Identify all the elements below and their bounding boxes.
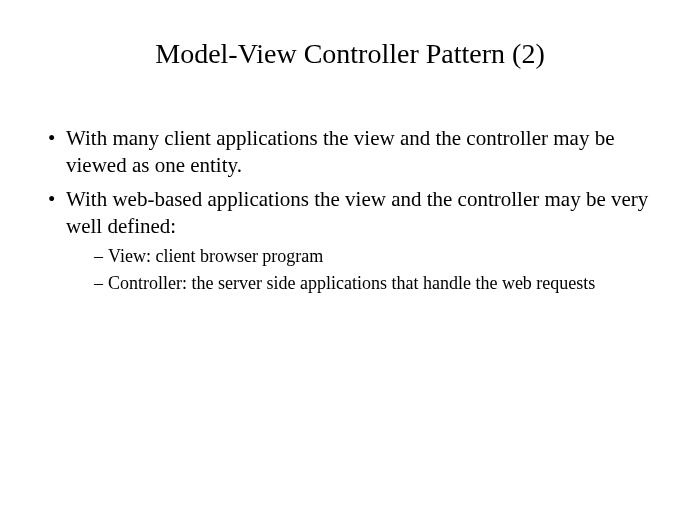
bullet-text: With many client applications the view a… <box>66 126 614 177</box>
sub-item: View: client browser program <box>94 243 652 270</box>
sub-list: View: client browser program Controller:… <box>94 243 652 297</box>
bullet-item: With web-based applications the view and… <box>48 186 652 298</box>
bullet-item: With many client applications the view a… <box>48 125 652 180</box>
slide-content: With many client applications the view a… <box>48 125 652 297</box>
sub-item: Controller: the server side applications… <box>94 270 652 297</box>
slide: Model-View Controller Pattern (2) With m… <box>0 38 700 525</box>
sub-text: Controller: the server side applications… <box>108 273 595 293</box>
sub-text: View: client browser program <box>108 246 323 266</box>
bullet-list: With many client applications the view a… <box>48 125 652 297</box>
slide-title: Model-View Controller Pattern (2) <box>0 38 700 70</box>
bullet-text: With web-based applications the view and… <box>66 187 648 238</box>
